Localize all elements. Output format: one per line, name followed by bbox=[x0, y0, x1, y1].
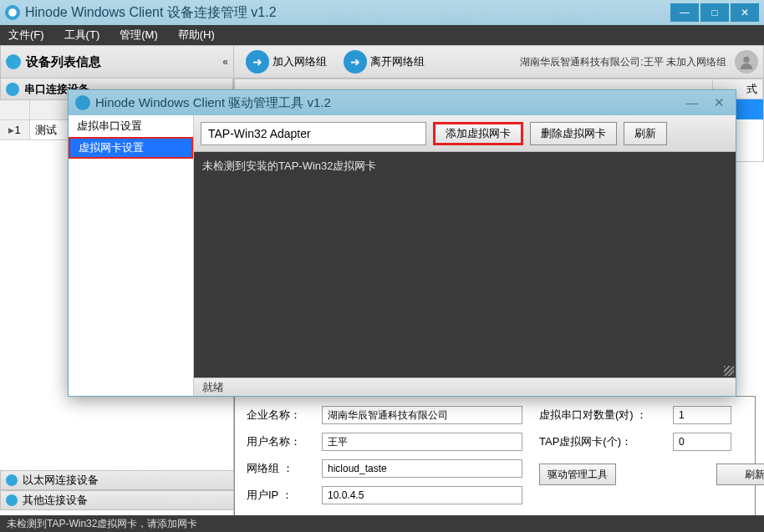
menu-tools[interactable]: 工具(T) bbox=[64, 28, 100, 43]
toolbar-rest: ➜ 加入网络组 ➜ 离开网络组 湖南华辰智通科技有限公司:王平 未加入网络组 bbox=[234, 45, 764, 79]
device-list-header[interactable]: 设备列表信息 « bbox=[0, 45, 234, 79]
nav-virtual-nic[interactable]: 虚拟网卡设置 bbox=[69, 137, 193, 159]
main-titlebar[interactable]: Hinode Windows Client 设备连接管理 v1.2 bbox=[0, 0, 764, 25]
other-icon bbox=[6, 494, 18, 506]
nav-virtual-serial[interactable]: 虚拟串口设置 bbox=[69, 115, 193, 137]
dialog-toolbar: TAP-Win32 Adapter 添加虚拟网卡 删除虚拟网卡 刷新 bbox=[194, 115, 736, 152]
refresh-info-button[interactable]: 刷新 bbox=[716, 464, 764, 485]
refresh-vnic-button[interactable]: 刷新 bbox=[624, 122, 667, 145]
main-title: Hinode Windows Client 设备连接管理 v1.2 bbox=[25, 4, 277, 22]
grid-row-index: 1 bbox=[0, 120, 30, 139]
status-bar: 未检测到TAP-Win32虚拟网卡，请添加网卡 bbox=[0, 515, 764, 532]
company-value: 湖南华辰智通科技有限公司 bbox=[322, 406, 522, 424]
menu-file[interactable]: 文件(F) bbox=[8, 28, 44, 43]
dialog-list-text: 未检测到安装的TAP-Win32虚拟网卡 bbox=[202, 160, 377, 172]
ip-label: 用户IP ： bbox=[247, 488, 322, 503]
dialog-status-bar: 就绪 bbox=[194, 377, 736, 396]
serial-icon bbox=[6, 83, 19, 96]
group-label: 网络组 ： bbox=[247, 461, 322, 476]
join-group-label: 加入网络组 bbox=[272, 54, 327, 69]
dialog-list-area: 未检测到安装的TAP-Win32虚拟网卡 bbox=[194, 152, 736, 377]
dialog-close-button[interactable]: ✕ bbox=[709, 95, 729, 110]
dialog-minimize-button[interactable]: — bbox=[682, 95, 702, 110]
leave-group-button[interactable]: ➜ 离开网络组 bbox=[337, 48, 431, 75]
device-list-title: 设备列表信息 bbox=[26, 54, 101, 70]
app-logo-icon bbox=[5, 5, 20, 20]
join-group-icon: ➜ bbox=[246, 50, 269, 73]
resize-grip-icon[interactable] bbox=[724, 366, 734, 376]
join-group-button[interactable]: ➜ 加入网络组 bbox=[239, 48, 334, 75]
ethernet-icon bbox=[6, 474, 18, 486]
window-controls bbox=[670, 3, 759, 22]
dialog-body: 虚拟串口设置 虚拟网卡设置 TAP-Win32 Adapter 添加虚拟网卡 删… bbox=[69, 115, 736, 396]
grid-header-blank bbox=[0, 100, 30, 119]
dialog-titlebar[interactable]: Hinode Windows Client 驱动管理工具 v1.2 — ✕ bbox=[69, 90, 736, 115]
close-button[interactable] bbox=[731, 3, 759, 22]
add-vnic-button[interactable]: 添加虚拟网卡 bbox=[433, 122, 523, 145]
leave-group-label: 离开网络组 bbox=[370, 54, 425, 69]
vserial-label: 虚拟串口对数量(对) ： bbox=[539, 408, 673, 423]
minimize-button[interactable] bbox=[670, 3, 699, 22]
driver-dialog: Hinode Windows Client 驱动管理工具 v1.2 — ✕ 虚拟… bbox=[68, 89, 736, 397]
menu-manage[interactable]: 管理(M) bbox=[120, 28, 158, 43]
company-label: 企业名称： bbox=[247, 408, 322, 423]
collapse-icon[interactable]: « bbox=[222, 56, 228, 68]
adapter-field[interactable]: TAP-Win32 Adapter bbox=[201, 122, 426, 145]
ethernet-panel[interactable]: 以太网连接设备 bbox=[0, 470, 234, 490]
dialog-nav: 虚拟串口设置 虚拟网卡设置 bbox=[69, 115, 194, 396]
info-col-left: 企业名称：湖南华辰智通科技有限公司 用户名称：王平 网络组 ：hicloud_t… bbox=[247, 405, 522, 523]
tap-value: 0 bbox=[673, 433, 731, 451]
user-value: 王平 bbox=[322, 433, 522, 451]
svg-point-1 bbox=[743, 57, 749, 63]
delete-vnic-button[interactable]: 删除虚拟网卡 bbox=[530, 122, 617, 145]
leave-group-icon: ➜ bbox=[344, 50, 367, 73]
dialog-title: Hinode Windows Client 驱动管理工具 v1.2 bbox=[95, 95, 331, 111]
user-avatar-icon[interactable] bbox=[735, 50, 758, 73]
sidebar-bottom-panels: 以太网连接设备 其他连接设备 bbox=[0, 470, 234, 510]
user-info-text: 湖南华辰智通科技有限公司:王平 未加入网络组 bbox=[520, 55, 726, 69]
info-panel: 企业名称：湖南华辰智通科技有限公司 用户名称：王平 网络组 ：hicloud_t… bbox=[234, 396, 756, 532]
info-col-right: 虚拟串口对数量(对) ：1 TAP虚拟网卡(个)：0 驱动管理工具 刷新 bbox=[539, 405, 764, 523]
dialog-status-text: 就绪 bbox=[202, 380, 224, 395]
user-label: 用户名称： bbox=[247, 434, 322, 449]
device-list-icon bbox=[6, 54, 21, 69]
dialog-main: TAP-Win32 Adapter 添加虚拟网卡 删除虚拟网卡 刷新 未检测到安… bbox=[194, 115, 736, 396]
menu-help[interactable]: 帮助(H) bbox=[178, 28, 215, 43]
ip-value: 10.0.4.5 bbox=[322, 486, 522, 504]
ethernet-label: 以太网连接设备 bbox=[23, 473, 99, 488]
svg-point-0 bbox=[8, 8, 17, 17]
toolbar-row: 设备列表信息 « ➜ 加入网络组 ➜ 离开网络组 湖南华辰智通科技有限公司:王平… bbox=[0, 45, 764, 79]
menu-bar: 文件(F) 工具(T) 管理(M) 帮助(H) bbox=[0, 25, 764, 45]
tap-label: TAP虚拟网卡(个)： bbox=[539, 434, 673, 449]
other-label: 其他连接设备 bbox=[23, 493, 88, 508]
group-value: hicloud_taste bbox=[322, 459, 522, 478]
driver-tool-button[interactable]: 驱动管理工具 bbox=[539, 464, 616, 485]
vserial-value: 1 bbox=[673, 406, 731, 424]
other-devices-panel[interactable]: 其他连接设备 bbox=[0, 490, 234, 510]
maximize-button[interactable] bbox=[700, 3, 729, 22]
dialog-logo-icon bbox=[75, 95, 90, 110]
dialog-controls: — ✕ bbox=[682, 95, 729, 110]
status-text: 未检测到TAP-Win32虚拟网卡，请添加网卡 bbox=[7, 517, 197, 531]
